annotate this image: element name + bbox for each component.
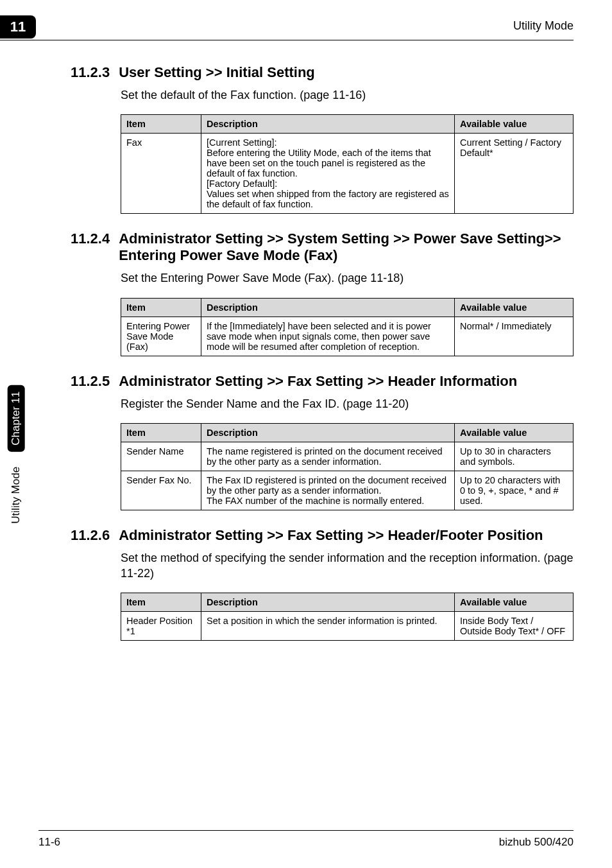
- table-row: Fax [Current Setting]: Before entering t…: [121, 134, 574, 214]
- section-intro: Set the Entering Power Save Mode (Fax). …: [121, 270, 574, 286]
- table-cell-item: Entering Power Save Mode (Fax): [121, 317, 201, 356]
- table-head-val: Available value: [455, 593, 574, 612]
- section-number: 11.2.6: [71, 527, 110, 544]
- table-row: Header Position *1 Set a position in whi…: [121, 612, 574, 641]
- section-intro: Register the Sender Name and the Fax ID.…: [121, 396, 574, 412]
- table-cell-val: Normal* / Immediately: [455, 317, 574, 356]
- table-cell-val: Up to 20 characters with 0 to 9, +, spac…: [455, 471, 574, 510]
- section-number: 11.2.5: [71, 373, 110, 390]
- table-cell-desc: If the [Immediately] have been selected …: [201, 317, 455, 356]
- table-cell-item: Sender Fax No.: [121, 471, 201, 510]
- section-title: Administrator Setting >> Fax Setting >> …: [119, 527, 574, 544]
- header-rule: [0, 40, 574, 40]
- table-cell-item: Fax: [121, 134, 201, 214]
- table-head-item: Item: [121, 115, 201, 134]
- side-tab-chapter: Chapter 11: [8, 385, 25, 452]
- section-number: 11.2.3: [71, 64, 110, 81]
- section-heading: 11.2.5 Administrator Setting >> Fax Sett…: [71, 373, 574, 390]
- spec-table: Item Description Available value Sender …: [121, 423, 574, 510]
- spec-table: Item Description Available value Fax [Cu…: [121, 114, 574, 214]
- section-title: Administrator Setting >> Fax Setting >> …: [119, 373, 574, 390]
- section-heading: 11.2.3 User Setting >> Initial Setting: [71, 64, 574, 81]
- table-head-row: Item Description Available value: [121, 115, 574, 134]
- table-head-desc: Description: [201, 115, 455, 134]
- table-cell-item: Header Position *1: [121, 612, 201, 641]
- section-heading: 11.2.4 Administrator Setting >> System S…: [71, 230, 574, 264]
- table-head-item: Item: [121, 298, 201, 317]
- table-head-row: Item Description Available value: [121, 423, 574, 442]
- model-label: bizhub 500/420: [499, 836, 574, 849]
- page-footer: 11-6 bizhub 500/420: [38, 830, 574, 849]
- table-row: Sender Name The name registered is print…: [121, 442, 574, 471]
- section-intro: Set the default of the Fax function. (pa…: [121, 87, 574, 103]
- table-head-val: Available value: [455, 298, 574, 317]
- table-head-item: Item: [121, 593, 201, 612]
- table-head-item: Item: [121, 423, 201, 442]
- table-cell-item: Sender Name: [121, 442, 201, 471]
- spec-table: Item Description Available value Header …: [121, 593, 574, 641]
- table-row: Sender Fax No. The Fax ID registered is …: [121, 471, 574, 510]
- table-cell-val: Current Setting / Factory Default*: [455, 134, 574, 214]
- table-cell-val: Inside Body Text / Outside Body Text* / …: [455, 612, 574, 641]
- side-tab: Utility Mode Chapter 11: [8, 385, 25, 530]
- spec-table: Item Description Available value Enterin…: [121, 298, 574, 356]
- section-title: User Setting >> Initial Setting: [119, 64, 574, 81]
- table-head-desc: Description: [201, 298, 455, 317]
- header-label: Utility Mode: [513, 19, 574, 33]
- table-cell-desc: Set a position in which the sender infor…: [201, 612, 455, 641]
- table-cell-desc: The Fax ID registered is printed on the …: [201, 471, 455, 510]
- table-head-val: Available value: [455, 115, 574, 134]
- table-row: Entering Power Save Mode (Fax) If the [I…: [121, 317, 574, 356]
- table-head-row: Item Description Available value: [121, 298, 574, 317]
- chapter-badge: 11: [0, 15, 36, 39]
- section-title: Administrator Setting >> System Setting …: [119, 230, 574, 264]
- section-number: 11.2.4: [71, 230, 110, 264]
- table-head-desc: Description: [201, 423, 455, 442]
- section-intro: Set the method of specifying the sender …: [121, 550, 574, 582]
- table-head-desc: Description: [201, 593, 455, 612]
- side-tab-utility: Utility Mode: [8, 460, 25, 530]
- table-cell-val: Up to 30 in characters and symbols.: [455, 442, 574, 471]
- table-head-row: Item Description Available value: [121, 593, 574, 612]
- table-cell-desc: The name registered is printed on the do…: [201, 442, 455, 471]
- page-content: 11.2.3 User Setting >> Initial Setting S…: [71, 64, 574, 647]
- section-heading: 11.2.6 Administrator Setting >> Fax Sett…: [71, 527, 574, 544]
- table-cell-desc: [Current Setting]: Before entering the U…: [201, 134, 455, 214]
- page-number: 11-6: [38, 836, 60, 849]
- table-head-val: Available value: [455, 423, 574, 442]
